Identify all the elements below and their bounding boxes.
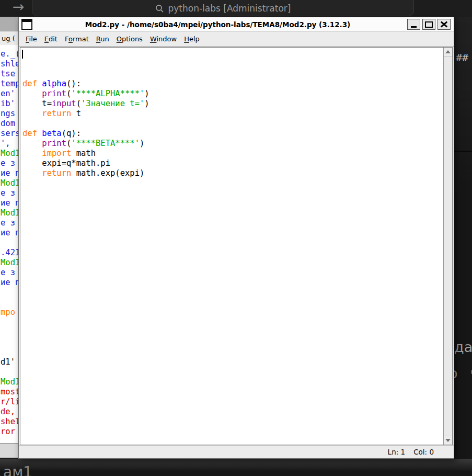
shell-text-fragment: е з [1,158,15,168]
search-icon [155,4,164,13]
search-text: python-labs [Administrator] [168,3,291,14]
search-bar[interactable]: python-labs [Administrator] [32,0,414,16]
scroll-down-button[interactable] [444,436,452,445]
token-nor [22,139,42,148]
text-caret [22,50,23,59]
vertical-scrollbar[interactable] [443,48,452,445]
scroll-up-button[interactable] [444,48,452,56]
editor-window: Mod2.py - /home/s0ba4/mpei/python-labs/T… [18,17,454,459]
editor-area: def alpha(): print('****ALPHA****') t=in… [20,47,453,445]
scrollbar-thumb[interactable] [444,56,452,436]
menu-edit[interactable]: Edit [41,35,61,43]
status-col: Col: 0 [413,448,434,456]
token-nor [22,109,42,118]
desktop-bottom-strip [0,459,472,476]
menu-format[interactable]: Format [61,35,93,43]
token-nor: (): [66,79,81,88]
shell-text-fragment: shel [1,417,19,426]
shell-text-fragment: .421 [1,248,19,257]
code-line [22,119,443,129]
shell-text-fragment: ', [1,139,10,148]
shell-text-fragment: Mod1 [1,377,19,387]
code-line: import math [22,149,443,158]
token-nor [22,168,42,178]
background-window: ug ( e._(shletsetempen'ib'ngsdomsers',Mo… [0,17,19,458]
code-line: def alpha(): [22,79,443,89]
code-line: t=input('Значение t=') [22,99,443,109]
shell-text-fragment: mpo [1,308,15,317]
scroll-up-icon [445,50,451,53]
shell-text-fragment: ие п [1,168,19,178]
close-button[interactable] [438,19,451,30]
shell-text-fragment: ие п [1,278,19,287]
screen: → python-labs [Administrator] ## 2дао ча… [0,0,472,476]
shell-text-fragment: de, [1,407,15,416]
token-nor: expi=q*math.pi [22,158,110,168]
shell-text-fragment: dom [1,119,15,128]
top-bar: → python-labs [Administrator] [0,0,472,17]
shell-text-fragment: tse [1,69,15,78]
window-icon [21,19,32,30]
token-nor: ) [144,89,149,98]
token-nor: math [71,149,96,158]
scroll-down-icon [445,439,451,442]
status-bar: Ln: 1 Col: 0 [19,445,454,458]
close-icon [441,21,447,27]
shell-text-fragment: Mod1 [1,149,19,158]
shell-text-fragment: е з [1,188,15,198]
titlebar[interactable]: Mod2.py - /home/s0ba4/mpei/python-labs/T… [19,17,454,32]
window-controls [407,19,451,30]
token-blt: input [52,99,76,108]
frag-da: да [454,339,472,355]
token-nor [37,79,42,88]
shell-text-fragment: ие п [1,228,19,237]
background-window-statusbar [0,443,19,458]
code-line: return t [22,109,443,119]
desktop-right-strip [453,17,472,459]
shell-text-fragment: ngs [1,109,15,118]
token-nor: math.exp(expi) [71,168,144,178]
token-fn: alpha [42,79,66,88]
window-title: Mod2.py - /home/s0ba4/mpei/python-labs/T… [32,20,403,29]
menu-window[interactable]: Window [146,35,180,43]
background-window-menubar[interactable]: ug ( [0,31,19,45]
menu-options[interactable]: Options [113,35,146,43]
token-nor: t [71,109,81,118]
shell-text-fragment: ие п [1,198,19,208]
minimize-icon [411,26,417,28]
token-nor: (q): [62,129,81,138]
token-str: 'Значение t=' [81,99,144,108]
token-kw: def [22,129,37,138]
shell-text-fragment: sers [1,129,19,138]
shell-text-fragment: е з [1,218,15,228]
token-nor: ( [76,99,81,108]
token-str: '****BETA****' [71,139,140,148]
status-line: Ln: 1 [388,448,406,456]
shell-text-fragment: r/li [1,397,19,406]
code-line: return math.exp(expi) [22,168,443,178]
shell-text-fragment: ib' [1,99,15,108]
shell-text-fragment: en' [1,89,15,98]
shell-text-fragment: most [1,387,19,396]
token-kw: def [22,79,37,88]
token-nor: ) [140,139,144,148]
menu-help[interactable]: Help [180,35,203,43]
shell-text-fragment: е з [1,268,15,277]
maximize-button[interactable] [422,19,435,30]
frag-am1: ам1 [3,463,32,476]
token-nor: ) [144,99,149,108]
shell-text-fragment: Mod1 [1,258,19,267]
minimize-button[interactable] [407,19,420,30]
shell-text-fragment: ror [1,427,15,436]
forward-arrow-icon[interactable]: → [13,0,25,15]
background-window-text[interactable]: e._(shletsetempen'ib'ngsdomsers',Mod1е з… [0,45,19,443]
token-fn: beta [42,129,61,138]
shell-text-fragment: d1' [1,357,15,367]
menu-run[interactable]: Run [93,35,113,43]
menu-file[interactable]: File [22,35,41,43]
code-line: def beta(q): [22,129,443,139]
menu-bar: FileEditFormatRunOptionsWindowHelp [19,32,454,47]
shell-text-fragment: shle [1,59,19,69]
shell-text-fragment: e._( [1,49,19,59]
code-editor[interactable]: def alpha(): print('****ALPHA****') t=in… [20,48,443,445]
